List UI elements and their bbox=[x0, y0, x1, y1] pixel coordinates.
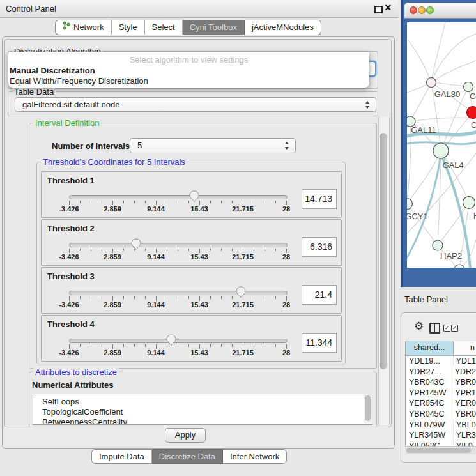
slider-minor-tick bbox=[265, 249, 265, 251]
cell-name[interactable]: YLR3 bbox=[454, 430, 476, 441]
threshold-slider-thumb[interactable] bbox=[131, 238, 141, 250]
slider-minor-tick bbox=[275, 249, 276, 251]
popup-option-equal-width-frequency[interactable]: Equal Width/Frequency Discretization bbox=[10, 76, 148, 86]
table-row[interactable]: YBL079WYBL0 bbox=[406, 420, 476, 431]
cell-shared-name[interactable]: YPR145W bbox=[406, 388, 452, 399]
threshold-slider-track[interactable] bbox=[69, 339, 288, 343]
slider-tick-label: 21.715 bbox=[232, 349, 254, 357]
cell-name[interactable]: YBR0 bbox=[452, 409, 476, 420]
popup-option-manual-discretization[interactable]: Manual Discretization bbox=[10, 66, 95, 75]
threshold-slider-thumb[interactable] bbox=[189, 190, 199, 202]
threshold-slider-track[interactable] bbox=[69, 195, 288, 199]
tab-infer-network[interactable]: Infer Network bbox=[223, 449, 287, 464]
network-window-titlebar[interactable] bbox=[404, 3, 476, 19]
cell-shared-name[interactable]: YBL079W bbox=[406, 420, 454, 431]
close-icon[interactable]: × bbox=[385, 1, 392, 15]
threshold-slider-thumb[interactable] bbox=[236, 286, 246, 298]
slider-tick-label: 15.43 bbox=[190, 205, 208, 213]
table-row[interactable]: YLR345WYLR3 bbox=[406, 430, 476, 441]
num-intervals-combo[interactable]: 5 bbox=[130, 138, 296, 153]
attribute-item-topologicalcoefficient[interactable]: TopologicalCoefficient bbox=[33, 407, 372, 417]
threshold-slider-thumb[interactable] bbox=[166, 334, 176, 346]
float-window-icon[interactable] bbox=[374, 6, 383, 13]
cell-shared-name[interactable]: YBR045C bbox=[406, 409, 452, 420]
tab-cyni-toolbox[interactable]: Cyni Toolbox bbox=[183, 20, 245, 35]
panel-scrollbar-thumb[interactable] bbox=[380, 133, 387, 369]
network-node[interactable] bbox=[407, 199, 413, 210]
minimize-traffic-light[interactable] bbox=[418, 6, 426, 14]
column-header-name[interactable]: n bbox=[454, 341, 476, 355]
attribute-item-selfloops[interactable]: SelfLoops bbox=[33, 397, 372, 407]
slider-tick-label: 9.144 bbox=[147, 253, 165, 261]
attributes-scrollbar-thumb[interactable] bbox=[365, 395, 371, 421]
attributes-scrollbar-track[interactable] bbox=[364, 394, 372, 423]
gear-icon[interactable]: ⚙ bbox=[414, 321, 424, 332]
tab-style[interactable]: Style bbox=[112, 20, 145, 35]
cell-shared-name[interactable]: YER054C bbox=[406, 398, 452, 409]
tab-select[interactable]: Select bbox=[145, 20, 183, 35]
cell-name[interactable]: YDL1 bbox=[454, 356, 476, 367]
threshold-value-field[interactable]: 21.4 bbox=[302, 285, 337, 305]
checkbox-icon[interactable]: ✓ bbox=[451, 325, 458, 332]
cell-shared-name[interactable]: YLR345W bbox=[406, 430, 454, 441]
threshold-label: Threshold 4 bbox=[47, 319, 95, 329]
table-hscrollbar-thumb[interactable] bbox=[406, 448, 471, 453]
column-header-shared-name[interactable]: shared... bbox=[406, 341, 454, 355]
cell-name[interactable]: YDR2 bbox=[452, 367, 476, 378]
cell-name[interactable]: YER0 bbox=[452, 398, 476, 409]
slider-major-tick bbox=[286, 249, 287, 253]
table-data-combo[interactable]: galFiltered.sif default node bbox=[15, 97, 376, 112]
slider-minor-tick bbox=[221, 249, 222, 251]
close-traffic-light[interactable] bbox=[410, 6, 417, 14]
popup-placeholder: Select algorithm to view settings bbox=[8, 55, 369, 65]
interval-group-title: Interval Definition bbox=[33, 118, 101, 128]
network-node[interactable] bbox=[454, 265, 464, 268]
tab-discretize-data[interactable]: Discretize Data bbox=[152, 449, 223, 464]
slider-major-tick bbox=[243, 344, 243, 349]
table-row[interactable]: YDL19...YDL1 bbox=[406, 356, 476, 367]
cell-name[interactable]: YBR0 bbox=[452, 377, 476, 388]
slider-minor-tick bbox=[221, 296, 222, 299]
slider-minor-tick bbox=[275, 201, 276, 203]
threshold-value-field[interactable]: 14.713 bbox=[302, 189, 337, 209]
slider-minor-tick bbox=[188, 249, 189, 251]
network-node[interactable] bbox=[467, 107, 476, 119]
cell-shared-name[interactable]: YDR27... bbox=[406, 367, 452, 378]
slider-major-tick bbox=[286, 344, 287, 349]
apply-button[interactable]: Apply bbox=[165, 428, 206, 443]
table-row[interactable]: YBR043CYBR0 bbox=[406, 377, 476, 388]
slider-tick-label: -3.426 bbox=[59, 301, 79, 309]
node-label: GAL11 bbox=[411, 125, 436, 135]
threshold-slider-track[interactable] bbox=[69, 291, 288, 295]
cell-shared-name[interactable]: YDL19... bbox=[406, 356, 454, 367]
network-node[interactable] bbox=[464, 82, 473, 92]
network-node[interactable] bbox=[463, 197, 475, 209]
table-hscrollbar-track[interactable] bbox=[405, 446, 476, 454]
network-node[interactable] bbox=[433, 240, 443, 250]
table-row[interactable]: YER054CYER0 bbox=[406, 398, 476, 409]
attribute-item-betweennesscentrality[interactable]: BetweennessCentrality bbox=[33, 417, 372, 425]
tab-jactivemnodules[interactable]: jActiveMNodules bbox=[245, 20, 321, 35]
cell-shared-name[interactable]: YBR043C bbox=[406, 377, 452, 388]
numerical-attributes-list[interactable]: SelfLoopsTopologicalCoefficientBetweenne… bbox=[33, 394, 372, 425]
columns-icon[interactable] bbox=[429, 323, 440, 334]
thresholds-group-title: Threshold's Coordinates for 5 Intervals bbox=[41, 157, 187, 167]
checkbox-icon[interactable]: ✓ bbox=[443, 325, 450, 332]
table-row[interactable]: YPR145WYPR1 bbox=[406, 388, 476, 399]
threshold-1-panel: Threshold 1-3.4262.8599.14415.4321.71528… bbox=[41, 171, 342, 218]
table-row[interactable]: YBR045CYBR0 bbox=[406, 409, 476, 420]
tab-network[interactable]: Network bbox=[55, 20, 112, 35]
threshold-4-panel: Threshold 4-3.4262.8599.14415.4321.71528… bbox=[41, 315, 342, 362]
network-node[interactable] bbox=[433, 143, 449, 158]
zoom-traffic-light[interactable] bbox=[426, 6, 434, 14]
threshold-value-field[interactable]: 6.316 bbox=[302, 237, 337, 257]
network-node[interactable] bbox=[427, 78, 436, 88]
control-panel-titlebar: Control Panel × bbox=[0, 0, 398, 18]
network-canvas[interactable]: GAL80GACGAL11GAL4GCY1HHAP2 bbox=[407, 22, 476, 268]
table-row[interactable]: YDR27...YDR2 bbox=[406, 367, 476, 378]
threshold-value-field[interactable]: 11.344 bbox=[302, 333, 337, 353]
cell-name[interactable]: YBL0 bbox=[454, 420, 476, 431]
tab-impute-data[interactable]: Impute Data bbox=[91, 449, 152, 464]
threshold-slider-track[interactable] bbox=[69, 243, 288, 247]
cell-name[interactable]: YPR1 bbox=[452, 388, 476, 399]
